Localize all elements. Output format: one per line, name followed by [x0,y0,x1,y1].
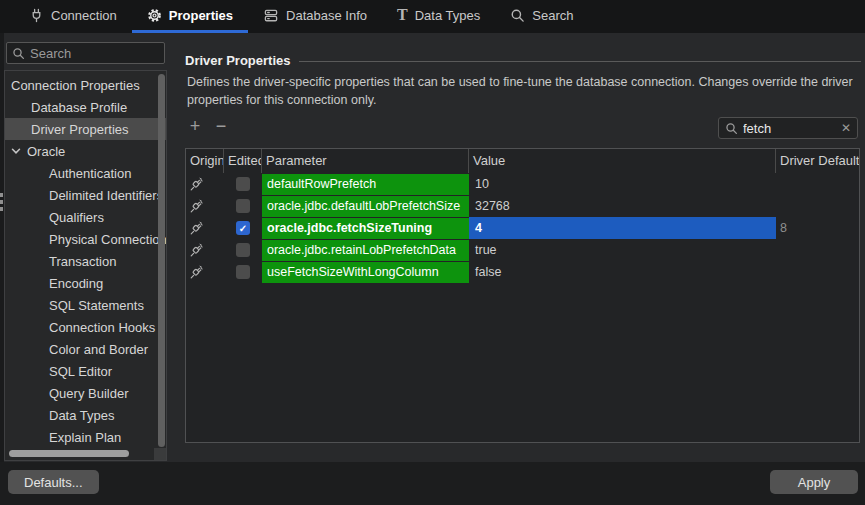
parameter-cell[interactable]: oracle.jdbc.defaultLobPrefetchSize [262,195,469,217]
edited-checkbox[interactable] [236,265,250,279]
footer-bar: Defaults... Apply [0,462,865,505]
row-toolbar: + − [187,115,229,137]
tab-search[interactable]: Search [495,0,588,33]
sidebar-search-box[interactable] [6,42,165,64]
tree-item-label: Color and Border [49,342,148,357]
parameter-name: defaultRowPrefetch [262,174,469,195]
column-header-origin[interactable]: Origin [186,149,224,173]
remove-property-button[interactable]: − [213,115,229,137]
tree-item-encoding[interactable]: Encoding [5,272,166,294]
value-cell[interactable]: true [469,239,776,261]
tab-properties[interactable]: Properties [132,0,248,33]
driver-default-cell [776,173,859,195]
tab-label: Database Info [286,8,367,23]
tree-item-label: Delimited Identifiers [49,188,163,203]
parameter-cell[interactable]: oracle.jdbc.fetchSizeTuning [262,217,469,239]
tree-item-label: Physical Connection [49,232,166,247]
value-cell[interactable]: 10 [469,173,776,195]
tree-item-label: Qualifiers [49,210,104,225]
edited-cell [224,195,262,217]
column-header-edited[interactable]: Edited [224,149,262,173]
value-cell[interactable]: 32768 [469,195,776,217]
edited-cell: ✓ [224,217,262,239]
clear-filter-icon[interactable]: ✕ [841,121,851,135]
tab-data-types[interactable]: T Data Types [382,0,495,33]
parameter-name: oracle.jdbc.fetchSizeTuning [262,218,469,239]
driver-default-cell: 8 [776,217,859,239]
tree-item-label: SQL Editor [49,364,112,379]
tree-item-connection-hooks[interactable]: Connection Hooks [5,316,166,338]
apply-button[interactable]: Apply [770,470,858,494]
driver-properties-table: Origin Edited Parameter Value Driver Def… [185,148,860,443]
tree-item-label: Oracle [27,144,65,159]
table-row[interactable]: useFetchSizeWithLongColumnfalse [186,261,859,283]
tree-item-label: Encoding [49,276,103,291]
tab-label: Data Types [415,8,481,23]
table-row[interactable]: oracle.jdbc.retainLobPrefetchDatatrue [186,239,859,261]
panel-description: Defines the driver-specific properties t… [187,73,855,109]
tree-item-authentication[interactable]: Authentication [5,162,166,184]
title-rule [299,61,862,62]
parameter-cell[interactable]: defaultRowPrefetch [262,173,469,195]
column-header-value[interactable]: Value [469,149,776,173]
scrollbar-corner [154,448,166,460]
table-row[interactable]: oracle.jdbc.defaultLobPrefetchSize32768 [186,195,859,217]
tree-item-transaction[interactable]: Transaction [5,250,166,272]
tab-database-info[interactable]: Database Info [248,0,382,33]
edited-checkbox[interactable] [236,177,250,191]
filter-input[interactable] [743,121,836,136]
tree-item-physical-connection[interactable]: Physical Connection [5,228,166,250]
driver-default-cell [776,261,859,283]
tree-item-explain-plan[interactable]: Explain Plan [5,426,166,448]
add-property-button[interactable]: + [187,115,203,137]
tree-item-sql-editor[interactable]: SQL Editor [5,360,166,382]
filter-box[interactable]: ✕ [718,117,858,139]
table-row[interactable]: defaultRowPrefetch10 [186,173,859,195]
driver-properties-table-body: defaultRowPrefetch10 oracle.jdbc.default… [186,173,859,283]
letter-t-icon: T [397,7,408,23]
tree-item-driver-properties[interactable]: Driver Properties [5,118,166,140]
column-header-parameter[interactable]: Parameter [262,149,469,173]
tree-item-connection-properties[interactable]: Connection Properties [5,74,166,96]
sidebar-search-input[interactable] [30,46,159,61]
magnifier-icon [510,8,525,23]
sidebar-vertical-scrollbar[interactable] [158,74,165,447]
plug-spark-icon [189,265,204,280]
value-cell[interactable]: 4 [469,217,776,239]
parameter-cell[interactable]: useFetchSizeWithLongColumn [262,261,469,283]
tree-item-sql-statements[interactable]: SQL Statements [5,294,166,316]
edited-checkbox[interactable] [236,243,250,257]
defaults-button[interactable]: Defaults... [8,470,99,494]
parameter-name: oracle.jdbc.defaultLobPrefetchSize [262,196,469,217]
sidebar: Connection PropertiesDatabase ProfileDri… [4,33,170,505]
table-header: Origin Edited Parameter Value Driver Def… [186,149,859,173]
origin-cell [186,239,224,261]
tree-item-oracle[interactable]: Oracle [5,140,166,162]
edited-checkbox[interactable] [236,199,250,213]
origin-cell [186,173,224,195]
search-icon [725,122,738,135]
parameter-cell[interactable]: oracle.jdbc.retainLobPrefetchData [262,239,469,261]
search-icon [12,47,25,60]
tree-item-color-and-border[interactable]: Color and Border [5,338,166,360]
tab-connection[interactable]: Connection [14,0,132,33]
chevron-down-icon[interactable] [11,146,21,156]
tree-item-label: Transaction [49,254,116,269]
sidebar-horizontal-scrollbar[interactable] [9,450,129,457]
edited-checkbox[interactable]: ✓ [236,221,250,235]
tree-item-label: Data Types [49,408,115,423]
tree-item-query-builder[interactable]: Query Builder [5,382,166,404]
parameter-name: oracle.jdbc.retainLobPrefetchData [262,240,469,261]
splitter-grip[interactable] [0,193,3,214]
tree-item-label: Driver Properties [31,122,129,137]
value-cell[interactable]: false [469,261,776,283]
driver-default-cell [776,239,859,261]
tree-item-database-profile[interactable]: Database Profile [5,96,166,118]
tree-item-qualifiers[interactable]: Qualifiers [5,206,166,228]
tree-item-delimited-identifiers[interactable]: Delimited Identifiers [5,184,166,206]
plug-icon [29,8,44,23]
table-row[interactable]: ✓oracle.jdbc.fetchSizeTuning48 [186,217,859,239]
column-header-driver-default[interactable]: Driver Default [776,149,859,173]
plug-spark-icon [189,177,204,192]
tree-item-data-types[interactable]: Data Types [5,404,166,426]
